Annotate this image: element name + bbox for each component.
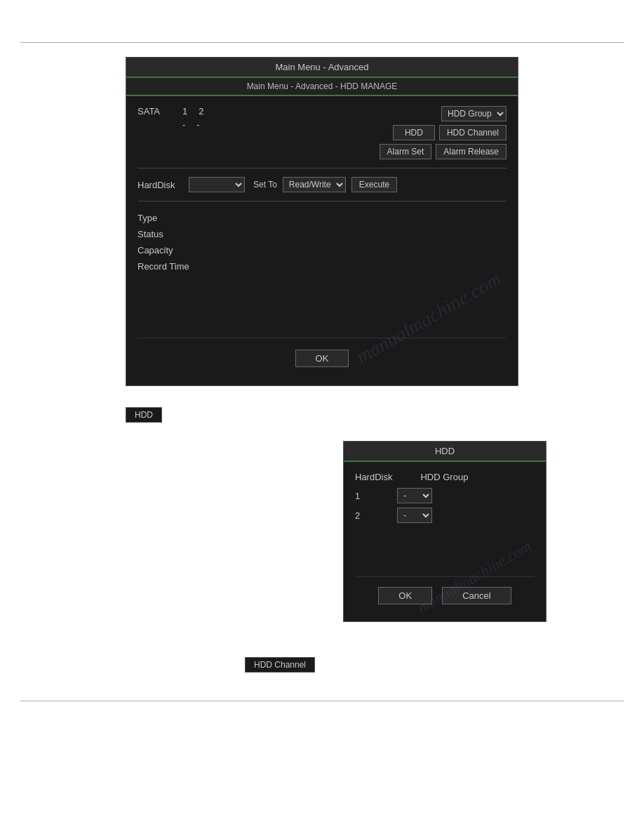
hdd-col-headers: HardDisk HDD Group <box>355 472 535 482</box>
harddisk-label: HardDisk <box>137 180 183 190</box>
alarm-set-button[interactable]: Alarm Set <box>380 144 432 159</box>
hdd-group-col-header: HDD Group <box>420 472 468 482</box>
small-hdd-btn-label: HDD <box>126 407 162 423</box>
main-title-text: Main Menu - Advanced <box>276 62 369 72</box>
sata-num2: 2 <box>199 106 203 117</box>
record-time-label: Record Time <box>137 261 189 272</box>
type-label: Type <box>137 213 157 223</box>
info-section: Type Status Capacity Record Time <box>137 210 507 274</box>
type-row: Type <box>137 210 507 226</box>
main-dialog-body: SATA 1 2 - - HDD Grou <box>126 96 518 385</box>
harddisk-col-header: HardDisk <box>355 472 392 482</box>
hdd-dialog-title-text: HDD <box>435 446 455 456</box>
page-wrapper: Main Menu - Advanced Main Menu - Advance… <box>0 0 644 834</box>
main-dialog-subtitle: Main Menu - Advanced - HDD MANAGE <box>126 78 518 96</box>
main-subtitle-text: Main Menu - Advanced - HDD MANAGE <box>247 81 398 91</box>
harddisk-row: HardDisk Set To Read/Write Execute <box>137 177 507 192</box>
hdd-dialog-body: HardDisk HDD Group 1 - 2 - OK <box>344 462 546 621</box>
divider2 <box>137 201 507 201</box>
hdd-channel-button[interactable]: HDD Channel <box>439 125 507 140</box>
hdd-dialog-spacer <box>355 527 535 569</box>
hdd-row-1: 1 - <box>355 488 535 503</box>
hdd-button[interactable]: HDD <box>393 125 435 140</box>
hdd-group-select[interactable]: HDD Group <box>441 106 507 121</box>
sata-label: SATA <box>137 106 173 117</box>
divider1 <box>137 168 507 168</box>
read-write-select[interactable]: Read/Write <box>283 177 346 192</box>
hdd-subdialog: HDD HardDisk HDD Group 1 - 2 - <box>343 441 546 622</box>
capacity-row: Capacity <box>137 242 507 258</box>
hdd-row2-select[interactable]: - <box>397 508 432 523</box>
sata-label-row: SATA 1 2 <box>137 106 203 117</box>
hdd-channel-btn-label: HDD Channel <box>245 657 315 673</box>
hdd-dialog-title: HDD <box>344 442 546 462</box>
execute-button[interactable]: Execute <box>351 177 397 192</box>
main-dialog-title: Main Menu - Advanced <box>126 58 518 78</box>
hdd-row1-select[interactable]: - <box>397 488 432 503</box>
sata-num1: 1 <box>182 106 187 117</box>
harddisk-select[interactable] <box>189 177 245 192</box>
bottom-divider <box>20 701 624 701</box>
sata-dashes: - - <box>182 119 203 130</box>
sata-right: HDD Group HDD HDD Channel Alarm Set Alar… <box>380 106 507 159</box>
hdd-group-row: HDD Group <box>441 106 507 121</box>
top-divider <box>20 42 624 43</box>
status-row: Status <box>137 226 507 242</box>
hdd-dialog-footer: OK Cancel <box>355 576 535 611</box>
record-time-row: Record Time <box>137 258 507 274</box>
status-label: Status <box>137 229 163 239</box>
sata-dash2: - <box>196 119 199 130</box>
sata-nums: 1 2 <box>182 106 203 117</box>
hdd-ok-button[interactable]: OK <box>378 587 432 604</box>
set-to-label: Set To <box>253 180 277 190</box>
main-dialog: Main Menu - Advanced Main Menu - Advance… <box>126 57 518 386</box>
main-dialog-footer: OK <box>137 338 507 376</box>
sata-left: SATA 1 2 - - <box>137 106 203 130</box>
hdd-cancel-button[interactable]: Cancel <box>442 587 511 604</box>
small-hdd-btn-area: HDD <box>126 407 518 431</box>
spacer1 <box>137 274 507 331</box>
hdd-row-2: 2 - <box>355 508 535 523</box>
alarm-release-button[interactable]: Alarm Release <box>436 144 507 159</box>
alarm-buttons-row: Alarm Set Alarm Release <box>380 144 507 159</box>
hdd-hddchannel-row: HDD HDD Channel <box>393 125 507 140</box>
main-ok-button[interactable]: OK <box>295 350 349 367</box>
hdd-channel-label-area: HDD Channel <box>126 657 518 673</box>
sata-row: SATA 1 2 - - HDD Grou <box>137 106 507 159</box>
hdd-row2-num: 2 <box>355 510 369 521</box>
sata-dash1: - <box>182 119 185 130</box>
hdd-subdialog-wrapper: HDD HardDisk HDD Group 1 - 2 - <box>126 441 518 643</box>
capacity-label: Capacity <box>137 245 173 256</box>
hdd-row1-num: 1 <box>355 491 369 501</box>
small-hdd-indicator: HDD <box>126 407 162 431</box>
